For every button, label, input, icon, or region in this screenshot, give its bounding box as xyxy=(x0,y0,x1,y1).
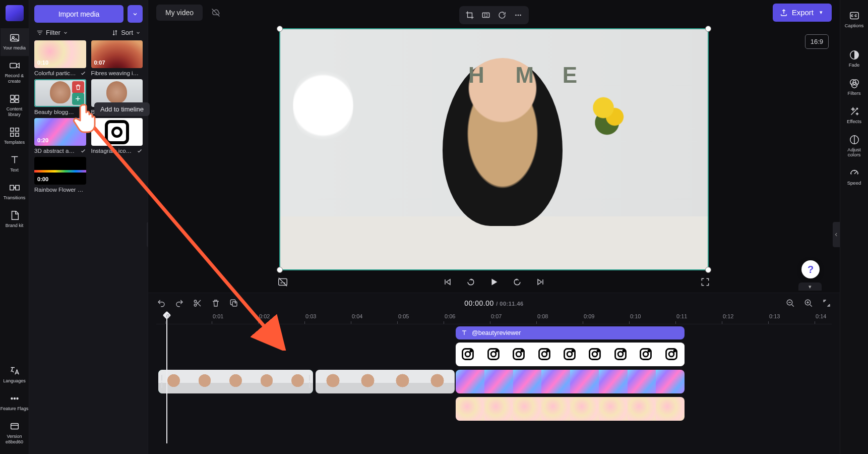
rail-filters[interactable]: Filters xyxy=(841,75,868,100)
rewind-button[interactable] xyxy=(465,276,476,288)
rail-brand[interactable]: Brand kit xyxy=(1,206,29,234)
media-clip[interactable]: 0:20 3D abstract a… xyxy=(34,118,86,154)
svg-point-33 xyxy=(491,352,496,357)
filters-icon xyxy=(849,78,860,89)
trim-handle-right[interactable] xyxy=(307,370,312,393)
svg-point-14 xyxy=(14,398,15,400)
delete-button[interactable] xyxy=(211,298,221,308)
rotate-button[interactable] xyxy=(494,8,510,23)
crop-button[interactable] xyxy=(462,8,477,23)
zoom-in-button[interactable] xyxy=(803,298,814,308)
rail-text[interactable]: Text xyxy=(1,150,29,178)
undo-button[interactable] xyxy=(156,298,166,308)
media-clip[interactable]: Instagram ico… xyxy=(91,118,143,154)
media-clip-selected[interactable]: + Beauty blogg… xyxy=(34,79,86,115)
redo-button[interactable] xyxy=(174,298,184,308)
media-clip[interactable]: 0:07 Fibres weaving i… xyxy=(91,40,143,76)
rail-label: Versione8bed60 xyxy=(6,434,23,445)
svg-rect-10 xyxy=(15,133,18,136)
more-tools-button[interactable] xyxy=(511,8,526,23)
delete-clip-button[interactable] xyxy=(72,81,84,93)
media-panel: Import media Filter Sort 0:10 Colorful p… xyxy=(29,0,148,454)
rail-flags[interactable]: Feature Flags xyxy=(1,389,29,417)
import-media-button[interactable]: Import media xyxy=(34,5,123,23)
rail-fade[interactable]: Fade xyxy=(841,46,868,72)
stage: H M E xyxy=(148,25,840,271)
record-icon xyxy=(9,60,20,71)
skip-forward-button[interactable] xyxy=(535,276,546,288)
clip-name: Colorful partic… xyxy=(34,70,76,76)
expand-right-panel-button[interactable] xyxy=(833,222,840,247)
ruler-tick: 0:13 xyxy=(769,313,780,319)
skip-back-button[interactable] xyxy=(442,276,453,288)
rail-record[interactable]: Record & create xyxy=(1,56,29,89)
trim-handle-left[interactable] xyxy=(159,370,164,393)
speed-icon xyxy=(849,167,860,179)
rail-adjust-colors[interactable]: Adjust colors xyxy=(841,131,868,161)
svg-point-54 xyxy=(669,352,674,357)
playback-controls xyxy=(148,271,840,293)
rail-templates[interactable]: Templates xyxy=(1,123,29,150)
sort-label: Sort xyxy=(121,29,133,36)
timeline-ruler[interactable]: 00:010:020:030:040:050:060:070:080:090:1… xyxy=(156,313,832,324)
chevron-down-icon xyxy=(63,30,68,35)
canvas-decoration: M xyxy=(515,63,534,88)
app-logo[interactable] xyxy=(6,5,24,21)
split-button[interactable] xyxy=(193,298,203,308)
svg-point-51 xyxy=(643,352,648,357)
rail-speed[interactable]: Speed xyxy=(841,164,868,190)
video-segment-selected[interactable] xyxy=(158,370,313,393)
time-current: 00:00.00 xyxy=(464,299,494,307)
rail-your-media[interactable]: Your media xyxy=(1,28,29,56)
rail-transitions[interactable]: Transitions xyxy=(1,178,29,206)
rail-content[interactable]: Content library xyxy=(1,89,29,123)
play-button[interactable] xyxy=(488,276,500,288)
text-segment[interactable]: @beautyreviewer xyxy=(456,326,685,339)
rail-effects[interactable]: Effects xyxy=(841,103,868,128)
svg-rect-3 xyxy=(10,95,14,99)
rail-languages[interactable]: Languages xyxy=(1,361,29,389)
text-icon xyxy=(461,329,468,336)
resize-handle-tr[interactable] xyxy=(705,26,711,32)
ruler-tick: 0:12 xyxy=(723,313,733,319)
sort-button[interactable]: Sort xyxy=(111,29,141,36)
time-total: 00:11.46 xyxy=(500,301,523,307)
fit-zoom-button[interactable] xyxy=(822,298,832,308)
media-clip[interactable]: 0:10 Colorful partic… xyxy=(34,40,86,76)
fullscreen-button[interactable] xyxy=(700,276,711,288)
zoom-out-button[interactable] xyxy=(785,298,795,308)
rail-version[interactable]: Versione8bed60 xyxy=(1,417,29,450)
fit-button[interactable] xyxy=(478,8,493,23)
resize-handle-tl[interactable] xyxy=(277,26,283,32)
collapse-timeline-button[interactable]: ▾ xyxy=(798,282,822,291)
export-icon xyxy=(780,9,788,17)
video-segment[interactable] xyxy=(456,370,685,393)
subtitles-toggle[interactable] xyxy=(277,276,288,288)
video-segment[interactable] xyxy=(316,370,455,393)
svg-rect-12 xyxy=(15,185,19,190)
overlay-segment[interactable] xyxy=(456,343,685,366)
duplicate-button[interactable] xyxy=(229,298,239,308)
import-media-dropdown[interactable] xyxy=(128,5,143,23)
export-button[interactable]: Export ▾ xyxy=(773,4,832,22)
preview-canvas[interactable]: H M E xyxy=(279,28,709,270)
rail-captions[interactable]: Captions xyxy=(841,7,868,32)
add-to-timeline-button[interactable]: + xyxy=(72,93,84,105)
svg-point-52 xyxy=(648,351,650,352)
sync-disabled-icon[interactable] xyxy=(210,7,222,19)
video-title-input[interactable]: My video xyxy=(156,5,203,21)
clip-duration: 0:20 xyxy=(37,137,48,143)
filter-button[interactable]: Filter xyxy=(36,29,68,36)
timeline-tracks[interactable]: @beautyreviewer xyxy=(156,324,832,454)
media-clip[interactable]: 0:00 Rainbow Flower … xyxy=(34,157,86,193)
video-segment[interactable] xyxy=(456,397,685,421)
svg-rect-19 xyxy=(484,14,487,17)
help-button[interactable]: ? xyxy=(801,260,820,278)
canvas-decoration xyxy=(293,65,353,146)
svg-rect-5 xyxy=(10,100,14,103)
svg-point-40 xyxy=(546,351,548,352)
check-icon xyxy=(80,148,86,154)
rail-label: Adjust colors xyxy=(841,147,868,157)
effects-icon xyxy=(849,106,860,117)
forward-button[interactable] xyxy=(512,276,523,288)
